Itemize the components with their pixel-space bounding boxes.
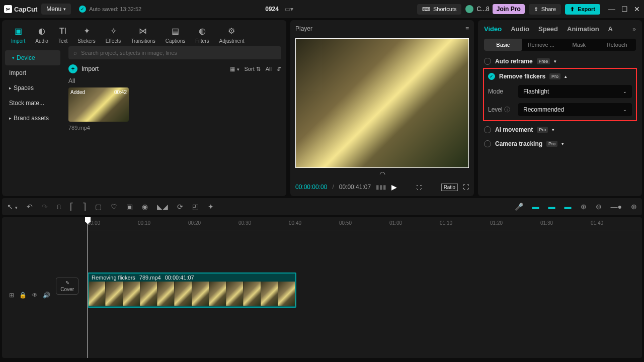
layout-icon[interactable]: ▭▾ bbox=[285, 6, 293, 13]
cover-button[interactable]: ✎ Cover bbox=[56, 278, 78, 295]
sidebar-item-brand[interactable]: ▸Brand assets bbox=[2, 111, 63, 126]
trim-right-tool[interactable]: ⎤ bbox=[83, 203, 86, 211]
sidebar-item-stock[interactable]: Stock mate... bbox=[2, 96, 63, 111]
subtab-remove[interactable]: Remove ... bbox=[522, 39, 560, 51]
add-icon[interactable]: + bbox=[68, 64, 77, 73]
tab-effects[interactable]: ✧Effects bbox=[101, 23, 126, 46]
filters-icon: ◍ bbox=[199, 26, 206, 36]
zoom-in-button[interactable]: ⊕ bbox=[631, 203, 637, 211]
crop2-tool[interactable]: ◰ bbox=[192, 203, 199, 211]
mode-select[interactable]: Flashlight⌄ bbox=[518, 85, 632, 98]
shortcuts-button[interactable]: ⌨Shortcuts bbox=[417, 4, 461, 15]
chevron-right-icon[interactable]: » bbox=[632, 26, 636, 33]
remove-flickers-toggle[interactable]: ✓ bbox=[488, 73, 495, 80]
sidebar-item-device[interactable]: ▾Device bbox=[5, 50, 60, 65]
camera-tracking-toggle[interactable] bbox=[484, 140, 491, 147]
project-title[interactable]: 0924 bbox=[265, 6, 279, 13]
rp-tab-video[interactable]: Video bbox=[484, 25, 502, 33]
playhead[interactable] bbox=[88, 217, 88, 358]
join-pro-button[interactable]: Join Pro bbox=[493, 4, 525, 14]
ai-movement-toggle[interactable] bbox=[484, 126, 491, 133]
filter-icon[interactable]: ⇵ bbox=[277, 66, 281, 72]
timeline-track[interactable]: Removing flickers 789.mp4 00:00:41:07 bbox=[88, 273, 296, 308]
tab-captions[interactable]: ▤Captions bbox=[160, 23, 190, 46]
remove-flickers-label: Remove flickers bbox=[499, 73, 545, 80]
rp-tab-animation[interactable]: Animation bbox=[567, 25, 599, 33]
player-menu-icon[interactable]: ≡ bbox=[465, 25, 469, 32]
rotate-tool[interactable]: ⟳ bbox=[177, 203, 183, 211]
tab-transitions[interactable]: ⋈Transitions bbox=[126, 23, 160, 46]
track-name: 789.mp4 bbox=[139, 275, 161, 281]
magnet2-icon[interactable]: ▬ bbox=[548, 203, 555, 211]
tab-filters[interactable]: ◍Filters bbox=[190, 23, 214, 46]
search-input[interactable]: ⌕ Search project, subjects in image, lin… bbox=[68, 46, 281, 59]
media-clip[interactable]: Added 00:42 789.mp4 bbox=[68, 87, 129, 131]
maximize-button[interactable]: ☐ bbox=[621, 5, 628, 13]
crop-tool[interactable]: ▢ bbox=[95, 203, 102, 211]
undo-button[interactable]: ↶ bbox=[27, 203, 33, 211]
zoom-out-button[interactable]: ⊖ bbox=[596, 203, 602, 211]
mic-icon[interactable]: 🎤 bbox=[515, 203, 523, 211]
sort-button[interactable]: Sort ⇅ bbox=[245, 66, 261, 72]
dome-icon[interactable]: ◠ bbox=[295, 170, 469, 178]
tab-import[interactable]: ▣Import bbox=[6, 23, 30, 46]
compare-icon[interactable]: ▮▮▮ bbox=[376, 184, 386, 191]
split-tool[interactable]: ⎍ bbox=[57, 203, 61, 211]
rp-tab-speed[interactable]: Speed bbox=[538, 25, 558, 33]
mode-label: Mode bbox=[488, 88, 518, 95]
tab-stickers[interactable]: ✦Stickers bbox=[72, 23, 101, 46]
zoom-slider[interactable]: —● bbox=[611, 203, 622, 211]
clip-thumbnail[interactable]: Added 00:42 bbox=[68, 87, 129, 122]
chevron-down-icon[interactable]: ▾ bbox=[561, 141, 564, 146]
timeline[interactable]: 00:00 00:10 00:20 00:30 00:40 00:50 01:0… bbox=[2, 217, 642, 358]
auto-reframe-toggle[interactable] bbox=[484, 58, 491, 65]
sidebar-item-import[interactable]: Import bbox=[2, 65, 63, 80]
sidebar-item-spaces[interactable]: ▸Spaces bbox=[2, 80, 63, 96]
app-name: CapCut bbox=[14, 6, 37, 13]
minimize-button[interactable]: — bbox=[608, 5, 615, 13]
grid-view-button[interactable]: ▦ ▾ bbox=[230, 66, 239, 72]
import-icon: ▣ bbox=[15, 26, 22, 36]
filter-all-button[interactable]: All bbox=[266, 66, 272, 72]
chevron-down-icon[interactable]: ▾ bbox=[552, 127, 554, 132]
subtab-mask[interactable]: Mask bbox=[560, 39, 598, 51]
shield-tool[interactable]: ♡ bbox=[111, 203, 117, 211]
import-label[interactable]: Import bbox=[82, 65, 99, 72]
mirror-tool[interactable]: ◣◢ bbox=[157, 203, 168, 211]
chevron-up-icon[interactable]: ▴ bbox=[565, 74, 567, 79]
redo-button[interactable]: ↷ bbox=[42, 203, 48, 211]
subtab-basic[interactable]: Basic bbox=[484, 39, 522, 51]
credits-label[interactable]: C...8 bbox=[476, 6, 489, 13]
export-button[interactable]: ⬆Export bbox=[565, 4, 600, 15]
align-icon[interactable]: ⊕ bbox=[581, 203, 587, 211]
tab-adjustment[interactable]: ⚙Adjustment bbox=[214, 23, 249, 46]
tab-audio[interactable]: ◐Audio bbox=[30, 23, 53, 46]
subtab-retouch[interactable]: Retouch bbox=[598, 39, 636, 51]
autosave-status: ✓ Auto saved: 13:32:52 bbox=[79, 6, 141, 13]
close-button[interactable]: ✕ bbox=[634, 5, 640, 13]
current-time: 00:00:00:00 bbox=[295, 184, 327, 191]
reverse-tool[interactable]: ◉ bbox=[142, 203, 148, 211]
video-preview[interactable] bbox=[295, 38, 469, 168]
enhance-tool[interactable]: ✦ bbox=[208, 203, 214, 211]
ratio-button[interactable]: Ratio bbox=[441, 184, 458, 191]
scan-icon[interactable]: ⛶ bbox=[415, 184, 424, 191]
info-icon[interactable]: ⓘ bbox=[503, 106, 510, 113]
trim-left-tool[interactable]: ⎡ bbox=[70, 203, 73, 211]
rp-tab-more[interactable]: A bbox=[608, 25, 613, 33]
player-panel: Player ≡ ◠ 00:00:00:00 / 00:00:41:07 ▮▮▮… bbox=[290, 20, 474, 196]
pointer-tool[interactable]: ↖ ▾ bbox=[7, 203, 18, 211]
rp-tab-audio[interactable]: Audio bbox=[511, 25, 529, 33]
chevron-down-icon[interactable]: ▾ bbox=[554, 59, 556, 64]
fullscreen-icon[interactable]: ⛶ bbox=[463, 184, 469, 191]
timeline-ruler[interactable]: 00:00 00:10 00:20 00:30 00:40 00:50 01:0… bbox=[83, 217, 642, 230]
total-time: 00:00:41:07 bbox=[339, 184, 371, 191]
magnet3-icon[interactable]: ▬ bbox=[565, 203, 572, 211]
play-button[interactable]: ▶ bbox=[391, 183, 397, 191]
magnet1-icon[interactable]: ▬ bbox=[532, 203, 539, 211]
level-select[interactable]: Recommended⌄ bbox=[518, 103, 632, 116]
menu-button[interactable]: Menu▾ bbox=[41, 4, 71, 15]
tab-text[interactable]: TIText bbox=[53, 23, 72, 46]
share-button[interactable]: ⇪Share bbox=[529, 4, 561, 15]
compound-tool[interactable]: ▣ bbox=[126, 203, 133, 211]
